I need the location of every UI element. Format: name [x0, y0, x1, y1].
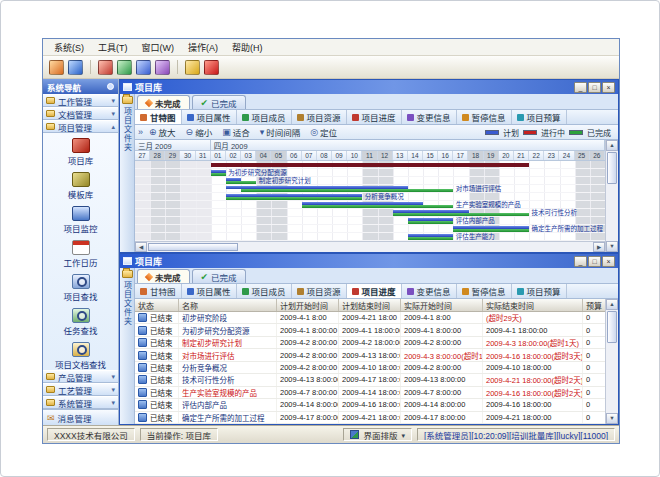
- column-header[interactable]: 实际开始时间: [401, 299, 483, 311]
- table-row[interactable]: 已结束生产实验室规模的产品2009-4-7 8:00:002009-4-14 1…: [135, 387, 605, 399]
- close-button[interactable]: ×: [602, 256, 615, 267]
- gantt-tool-button[interactable]: ⊖缩小: [182, 126, 217, 138]
- cascade-windows-icon[interactable]: [98, 60, 113, 75]
- table-row[interactable]: 已结束对市场进行评估2009-4-2 8:00:002009-4-13 18:0…: [135, 349, 605, 361]
- progress-table: 状态名称计划开始时间计划结束时间实际开始时间实际结束时间预算成 已结束初步研究阶…: [135, 299, 605, 424]
- folder-strip[interactable]: 项目文件夹: [120, 268, 135, 424]
- view-tab[interactable]: 项目进度: [347, 110, 402, 124]
- lock-icon[interactable]: [185, 60, 200, 75]
- sidebar-item[interactable]: 项目查找: [43, 271, 118, 305]
- vscrollbar-thumb[interactable]: [607, 311, 617, 343]
- system-icon[interactable]: [49, 60, 64, 75]
- view-tab[interactable]: 暂停信息: [457, 110, 512, 124]
- menu-item[interactable]: 帮助(H): [225, 40, 270, 55]
- overflow-chevron-icon[interactable]: [138, 127, 143, 137]
- maximize-button[interactable]: □: [588, 82, 601, 93]
- table-row[interactable]: 已结束分析竞争概况2009-4-2 8:00:002009-4-10 18:00…: [135, 362, 605, 374]
- sidebar-item[interactable]: 任务查找: [43, 305, 118, 339]
- scroll-down-icon[interactable]: [606, 241, 618, 252]
- minimize-button[interactable]: _: [574, 82, 587, 93]
- gantt-tool-button[interactable]: ⊕放大: [145, 126, 180, 138]
- sidebar-item[interactable]: 项目库: [43, 135, 118, 169]
- view-tab[interactable]: 甘特图: [135, 284, 182, 298]
- view-tab[interactable]: 项目进度: [347, 284, 402, 298]
- column-header[interactable]: 状态: [135, 299, 179, 311]
- menu-item[interactable]: 操作(A): [181, 40, 225, 55]
- view-tab[interactable]: 项目属性: [182, 110, 237, 124]
- table-row[interactable]: 已结束制定初步研究计划2009-4-2 8:00:002009-4-2 18:0…: [135, 337, 605, 349]
- view-tab[interactable]: 变更信息: [402, 284, 457, 298]
- table-row[interactable]: 已结束初步研究阶段2009-4-1 8:002009-4-21 18:00200…: [135, 312, 605, 324]
- column-header[interactable]: 预算: [583, 299, 605, 311]
- sidebar-footer-tab[interactable]: 消息管理: [43, 409, 118, 425]
- sidebar-item[interactable]: 项目文档查找: [43, 339, 118, 370]
- folder-strip[interactable]: 项目文件夹: [120, 94, 135, 252]
- legend-swatch: [569, 130, 583, 135]
- sidebar-item[interactable]: 工作日历: [43, 237, 118, 271]
- view-tab[interactable]: 项目属性: [182, 284, 237, 298]
- status-tab[interactable]: 未完成: [137, 95, 190, 109]
- horizontal-scrollbar[interactable]: [135, 241, 605, 252]
- hscrollbar-thumb[interactable]: [148, 243, 238, 251]
- navigator-icon[interactable]: [68, 60, 83, 75]
- sidebar-item[interactable]: 项目监控: [43, 203, 118, 237]
- menu-item[interactable]: 工具(T): [91, 40, 135, 55]
- layout-button[interactable]: 界面排版: [343, 428, 412, 441]
- view-tab[interactable]: 项目成员: [237, 110, 292, 124]
- gantt-tool-button[interactable]: ▾时间间隔: [256, 126, 305, 138]
- sidebar-group[interactable]: 文档管理▾: [43, 107, 118, 120]
- scroll-up-icon[interactable]: [606, 140, 618, 151]
- view-tab[interactable]: 项目成员: [237, 284, 292, 298]
- sidebar-item[interactable]: 模板库: [43, 169, 118, 203]
- window-icon: [123, 257, 132, 265]
- column-header[interactable]: 名称: [179, 299, 277, 311]
- status-tab[interactable]: 已完成: [192, 95, 246, 109]
- view-tab[interactable]: 项目预算: [512, 284, 567, 298]
- column-header[interactable]: 计划开始时间: [277, 299, 339, 311]
- vertical-scrollbar[interactable]: [605, 140, 618, 252]
- gantt-chart[interactable]: 为初步研究分配资源制定初步研究计划对市场进行评估分析竞争概况生产实验室规模的产品…: [135, 161, 605, 241]
- column-header[interactable]: 实际结束时间: [483, 299, 583, 311]
- window-titlebar[interactable]: 项目库 _□×: [120, 80, 618, 94]
- scroll-down-icon[interactable]: [606, 413, 618, 424]
- scroll-left-icon[interactable]: [135, 242, 147, 252]
- table-row[interactable]: 已结束技术可行性分析2009-4-13 8:00:002009-4-17 18:…: [135, 374, 605, 386]
- status-tab[interactable]: 未完成: [137, 269, 190, 283]
- view-tab[interactable]: 变更信息: [402, 110, 457, 124]
- view-tab[interactable]: 项目资源: [292, 110, 347, 124]
- view-tab[interactable]: 暂停信息: [457, 284, 512, 298]
- view-tab[interactable]: 项目资源: [292, 284, 347, 298]
- vscrollbar-thumb[interactable]: [607, 152, 617, 184]
- sidebar-group[interactable]: 工作管理▾: [43, 94, 118, 107]
- scroll-right-icon[interactable]: [593, 242, 605, 252]
- status-tab[interactable]: 已完成: [192, 269, 246, 283]
- gantt-tool-button[interactable]: ◎定位: [306, 126, 341, 138]
- sidebar-group[interactable]: 工艺管理▾: [43, 383, 118, 396]
- menu-item[interactable]: 系统(S): [47, 40, 91, 55]
- scroll-up-icon[interactable]: [606, 299, 618, 310]
- vertical-scrollbar[interactable]: [605, 299, 618, 424]
- window-titlebar[interactable]: 项目库 _□×: [120, 254, 618, 268]
- tile-horizontal-icon[interactable]: [117, 60, 132, 75]
- close-button[interactable]: ×: [602, 82, 615, 93]
- arrange-icons-icon[interactable]: [155, 60, 170, 75]
- column-header[interactable]: 计划结束时间: [339, 299, 401, 311]
- sidebar-group[interactable]: 产品管理▾: [43, 370, 118, 383]
- tile-vertical-icon[interactable]: [136, 60, 151, 75]
- view-tab[interactable]: 项目预算: [512, 110, 567, 124]
- view-tab[interactable]: 甘特图: [135, 110, 182, 124]
- menu-item[interactable]: 窗口(W): [135, 40, 182, 55]
- sidebar-group[interactable]: 项目管理▴: [43, 120, 118, 133]
- gantt-tool-button[interactable]: ▣适合: [218, 126, 254, 138]
- pushpin-icon[interactable]: [107, 83, 114, 90]
- table-row[interactable]: 已结束确定生产所需的加工过程2009-4-17 8:00:002009-4-21…: [135, 412, 605, 424]
- sidebar-group[interactable]: 系统管理▾: [43, 396, 118, 409]
- timeline-day: 28: [150, 151, 165, 160]
- chevron-down-icon: ▾: [111, 386, 115, 394]
- minimize-button[interactable]: _: [574, 256, 587, 267]
- exit-icon[interactable]: [204, 60, 219, 75]
- table-row[interactable]: 已结束评估内部产品2009-4-14 8:00:002009-4-16 18:0…: [135, 399, 605, 411]
- maximize-button[interactable]: □: [588, 256, 601, 267]
- work-calendar-icon: [72, 240, 90, 255]
- table-row[interactable]: 已结束为初步研究分配资源2009-4-1 8:00:002009-4-1 18:…: [135, 324, 605, 336]
